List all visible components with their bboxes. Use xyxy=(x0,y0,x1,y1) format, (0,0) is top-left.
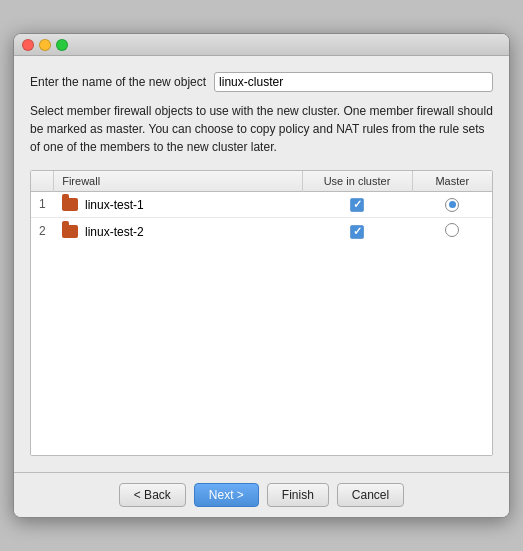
table-header-row: Firewall Use in cluster Master xyxy=(31,171,492,192)
minimize-button[interactable] xyxy=(39,39,51,51)
name-row: Enter the name of the new object xyxy=(30,72,493,92)
folder-icon-2 xyxy=(62,225,78,238)
footer-buttons: < Back Next > Finish Cancel xyxy=(14,472,509,517)
master-cell-1 xyxy=(412,192,492,218)
master-cell-2 xyxy=(412,217,492,245)
title-bar xyxy=(14,34,509,56)
main-content: Enter the name of the new object Select … xyxy=(14,56,509,456)
firewall-table: Firewall Use in cluster Master 1 xyxy=(31,171,492,245)
row-num-2: 2 xyxy=(31,217,54,245)
master-radio-1[interactable] xyxy=(445,198,459,212)
use-in-cluster-checkbox-1[interactable] xyxy=(350,198,364,212)
firewall-name-1: linux-test-1 xyxy=(85,198,144,212)
master-radio-2[interactable] xyxy=(445,223,459,237)
close-button[interactable] xyxy=(22,39,34,51)
use-in-cluster-checkbox-2[interactable] xyxy=(350,225,364,239)
finish-button[interactable]: Finish xyxy=(267,483,329,507)
use-in-cluster-cell-1 xyxy=(302,192,412,218)
firewall-table-container: Firewall Use in cluster Master 1 xyxy=(30,170,493,456)
wizard-window: Enter the name of the new object Select … xyxy=(13,33,510,518)
use-in-cluster-cell-2 xyxy=(302,217,412,245)
col-num xyxy=(31,171,54,192)
empty-table-area xyxy=(31,245,492,455)
back-button[interactable]: < Back xyxy=(119,483,186,507)
description-text: Select member firewall objects to use wi… xyxy=(30,102,493,156)
next-button[interactable]: Next > xyxy=(194,483,259,507)
name-label: Enter the name of the new object xyxy=(30,75,206,89)
firewall-cell-2: linux-test-2 xyxy=(54,217,302,245)
traffic-lights xyxy=(22,39,68,51)
folder-icon-1 xyxy=(62,198,78,211)
object-name-input[interactable] xyxy=(214,72,493,92)
col-master: Master xyxy=(412,171,492,192)
table-row: 1 linux-test-1 xyxy=(31,192,492,218)
table-row: 2 linux-test-2 xyxy=(31,217,492,245)
firewall-cell-1: linux-test-1 xyxy=(54,192,302,218)
col-use-in-cluster: Use in cluster xyxy=(302,171,412,192)
firewall-name-2: linux-test-2 xyxy=(85,225,144,239)
maximize-button[interactable] xyxy=(56,39,68,51)
col-firewall: Firewall xyxy=(54,171,302,192)
row-num-1: 1 xyxy=(31,192,54,218)
cancel-button[interactable]: Cancel xyxy=(337,483,404,507)
